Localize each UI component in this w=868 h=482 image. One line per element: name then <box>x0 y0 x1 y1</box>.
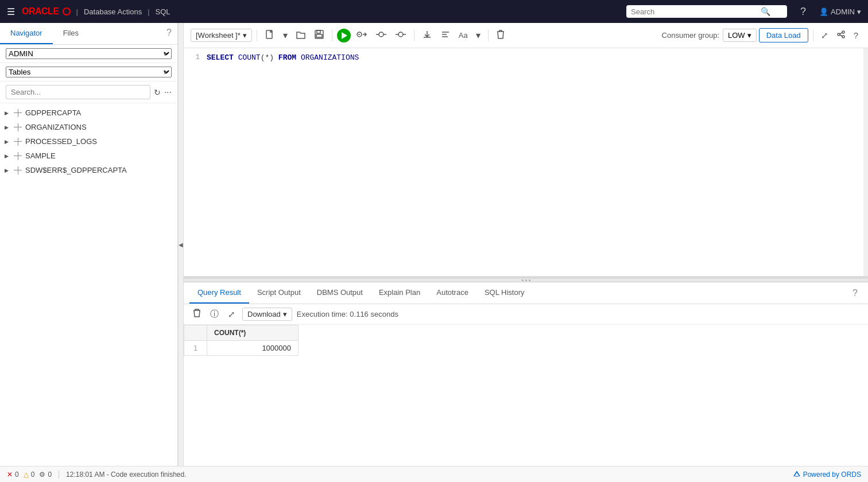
schema-select-wrapper[interactable]: ADMIN <box>6 48 172 59</box>
tab-autotrace[interactable]: Autotrace <box>428 282 476 304</box>
warning-status: △ 0 <box>24 471 35 479</box>
commit-button[interactable] <box>373 28 390 44</box>
trash-button[interactable] <box>493 28 508 44</box>
new-file-button[interactable] <box>262 28 278 44</box>
tree-item-organizations[interactable]: ▶ ORGANIZATIONS <box>0 120 177 134</box>
execution-time: Execution time: 0.116 seconds <box>297 310 398 318</box>
oracle-text: ORACLE <box>22 6 59 17</box>
results-table: COUNT(*) 1 1000000 <box>184 325 299 356</box>
font-dropdown-button[interactable]: ▾ <box>473 28 483 42</box>
data-load-button[interactable]: Data Load <box>759 28 808 42</box>
share-button[interactable] <box>834 28 848 42</box>
sql-editor-content[interactable]: 1 SELECT COUNT(*) FROM ORGANIZATIONS <box>184 48 868 276</box>
type-select-wrapper[interactable]: Tables <box>6 67 172 77</box>
main-toolbar: [Worksheet ]* ▾ ▾ <box>184 23 868 48</box>
open-file-button[interactable] <box>293 28 309 44</box>
tab-navigator[interactable]: Navigator <box>0 23 53 44</box>
tree-item-gdppercapta[interactable]: ▶ GDPPERCAPTA <box>0 106 177 120</box>
row-number: 1 <box>184 341 207 356</box>
run-button[interactable] <box>337 29 351 42</box>
tab-query-result[interactable]: Query Result <box>189 282 249 304</box>
rollback-button[interactable] <box>392 28 409 44</box>
results-expand-button[interactable]: ⤢ <box>226 308 238 321</box>
resize-handle[interactable] <box>184 278 868 282</box>
tree-label: SAMPLE <box>25 151 56 160</box>
toolbar-help-button[interactable]: ? <box>851 29 861 42</box>
sidebar-refresh-button[interactable]: ↻ <box>154 88 161 97</box>
consumer-group-chevron-icon: ▾ <box>747 31 751 40</box>
sidebar-search-input[interactable] <box>6 85 150 99</box>
worksheet-label: [Worksheet ]* <box>196 31 241 40</box>
svg-rect-4 <box>316 34 322 37</box>
worksheet-dropdown[interactable]: [Worksheet ]* ▾ <box>191 29 252 42</box>
status-message: 12:18:01 AM - Code execution finished. <box>66 471 186 479</box>
tree-arrow-icon: ▶ <box>5 139 10 145</box>
new-file-dropdown-button[interactable]: ▾ <box>280 28 290 42</box>
consumer-group-area: Consumer group: LOW ▾ <box>662 29 757 42</box>
run-icon <box>337 29 351 42</box>
sidebar-collapse-handle[interactable]: ◀ <box>178 23 184 466</box>
tree-item-sample[interactable]: ▶ SAMPLE <box>0 149 177 163</box>
tab-sql-history[interactable]: SQL History <box>476 282 533 304</box>
consumer-group-select[interactable]: LOW ▾ <box>723 29 757 42</box>
user-menu[interactable]: 👤 ADMIN ▾ <box>819 7 861 16</box>
tab-script-output[interactable]: Script Output <box>249 282 309 304</box>
tab-files[interactable]: Files <box>53 23 89 44</box>
results-info-button[interactable]: ⓘ <box>208 308 221 321</box>
sidebar-more-button[interactable]: ··· <box>164 87 172 98</box>
download-button2[interactable] <box>419 28 435 44</box>
results-help-icon[interactable]: ? <box>848 283 862 303</box>
download-button[interactable]: Download ▾ <box>242 308 292 321</box>
search-icon: 🔍 <box>761 7 770 16</box>
worksheet-chevron-icon: ▾ <box>243 31 247 40</box>
app-title: Database Actions <box>84 7 142 16</box>
main-layout: Navigator Files ? ADMIN Tables ↻ ··· <box>0 23 868 466</box>
sql-line-1: 1 SELECT COUNT(*) FROM ORGANIZATIONS <box>184 53 868 63</box>
tree-arrow-icon: ▶ <box>5 110 10 116</box>
settings-status[interactable]: ⚙ 0 <box>39 471 52 479</box>
font-button[interactable]: Aa <box>456 29 471 41</box>
help-icon[interactable]: ? <box>794 6 812 18</box>
save-button[interactable] <box>311 28 327 44</box>
resize-dot <box>525 279 527 281</box>
scrollbar[interactable] <box>863 48 868 276</box>
type-select[interactable]: Tables <box>6 67 172 77</box>
statusbar-separator <box>59 471 59 479</box>
sidebar-tabs: Navigator Files ? <box>0 23 177 45</box>
menu-icon[interactable]: ☰ <box>7 6 15 17</box>
results-table-container[interactable]: COUNT(*) 1 1000000 <box>184 325 868 466</box>
tree-arrow-icon: ▶ <box>5 168 10 173</box>
table-grid-icon <box>14 166 22 174</box>
svg-point-0 <box>63 8 70 15</box>
schema-select[interactable]: ADMIN <box>6 48 172 59</box>
table-grid-icon <box>14 152 22 160</box>
tree-label: ORGANIZATIONS <box>25 123 87 131</box>
consumer-group-value: LOW <box>728 31 745 40</box>
sql-editor[interactable]: 1 SELECT COUNT(*) FROM ORGANIZATIONS <box>184 48 868 278</box>
tab-dbms-output[interactable]: DBMS Output <box>309 282 371 304</box>
search-input[interactable] <box>631 7 757 16</box>
tree-arrow-icon: ▶ <box>5 125 10 130</box>
toolbar-separator4 <box>488 30 489 41</box>
table-header-row: COUNT(*) <box>184 325 299 341</box>
tree-arrow-icon: ▶ <box>5 153 10 159</box>
format-button[interactable] <box>437 28 454 44</box>
download-label: Download <box>247 310 281 318</box>
ords-icon <box>793 471 801 479</box>
search-box[interactable]: 🔍 <box>626 5 787 18</box>
user-chevron-icon: ▾ <box>857 7 861 16</box>
sidebar-tree: ▶ GDPPERCAPTA ▶ ORGANIZATIONS ▶ <box>0 103 177 466</box>
sidebar-help-icon[interactable]: ? <box>161 23 177 44</box>
tab-explain-plan[interactable]: Explain Plan <box>371 282 428 304</box>
tree-item-sdw-err[interactable]: ▶ SDW$ERR$_GDPPERCAPTA <box>0 163 177 177</box>
expand-button[interactable]: ⤢ <box>818 29 831 42</box>
app-subtitle: SQL <box>156 7 170 16</box>
user-icon: 👤 <box>819 7 828 16</box>
tree-item-processed-logs[interactable]: ▶ PROCESSED_LOGS <box>0 134 177 149</box>
powered-by-label[interactable]: Powered by ORDS <box>803 471 861 479</box>
run-script-button[interactable] <box>353 28 370 44</box>
svg-rect-3 <box>317 30 320 33</box>
results-trash-button[interactable] <box>191 308 203 321</box>
row-num-header <box>184 325 207 341</box>
topbar-subtitle-sep: | <box>148 7 149 16</box>
